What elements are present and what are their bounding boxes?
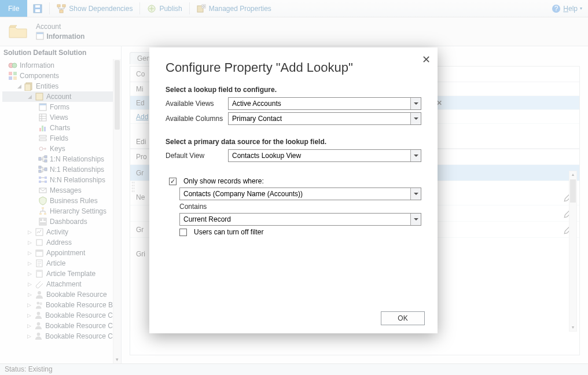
available-columns-label: Available Columns	[166, 115, 223, 123]
default-view-label: Default View	[166, 152, 223, 160]
ok-button[interactable]: OK	[381, 311, 425, 325]
section-data-source: Select a primary data source for the loo…	[166, 138, 421, 146]
only-show-checkbox[interactable]	[169, 178, 177, 185]
chevron-down-icon	[410, 214, 421, 225]
users-turn-off-checkbox[interactable]	[179, 229, 187, 236]
available-views-label: Available Views	[166, 100, 223, 108]
dialog-title: Configure Property "Add Lookup"	[166, 60, 421, 75]
available-views-select[interactable]: Active Accounts	[228, 97, 421, 110]
chevron-down-icon	[410, 98, 421, 109]
only-show-label: Only show records where:	[183, 177, 264, 185]
default-view-select[interactable]: Contacts Lookup View	[228, 149, 421, 162]
users-turn-off-label: Users can turn off filter	[194, 228, 264, 236]
contains-label: Contains	[179, 203, 421, 211]
chevron-down-icon	[410, 113, 421, 124]
configure-property-dialog: ✕ Configure Property "Add Lookup" Select…	[149, 47, 438, 333]
close-icon[interactable]: ✕	[422, 53, 431, 66]
chevron-down-icon	[410, 150, 421, 161]
filter-value-select[interactable]: Current Record	[179, 213, 421, 226]
available-columns-select[interactable]: Primary Contact	[228, 112, 421, 125]
filter-relationship-select[interactable]: Contacts (Company Name (Accounts))	[179, 188, 421, 200]
chevron-down-icon	[410, 188, 421, 200]
section-lookup-field: Select a lookup field to configure.	[166, 86, 421, 94]
